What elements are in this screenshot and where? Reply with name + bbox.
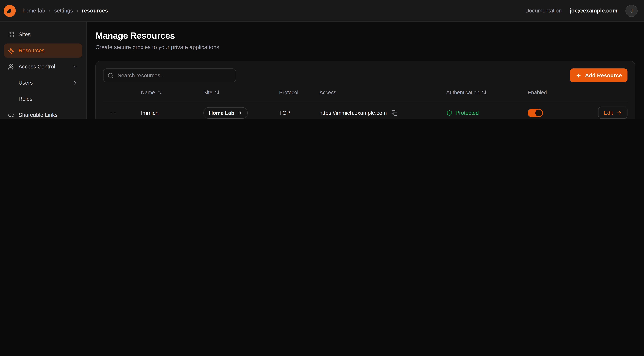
header-enabled: Enabled (528, 90, 583, 96)
row-menu-button[interactable] (108, 108, 118, 118)
sidebar-item-roles[interactable]: Roles (4, 92, 82, 106)
search-box (103, 68, 236, 82)
header-name[interactable]: Name (141, 90, 204, 96)
documentation-link[interactable]: Documentation (525, 8, 562, 14)
sidebar-item-shareable-links[interactable]: Shareable Links (4, 108, 82, 119)
plus-icon (576, 72, 582, 78)
sort-icon (215, 90, 220, 95)
copy-icon (392, 110, 398, 116)
user-email[interactable]: joe@example.com (570, 8, 618, 14)
sidebar-item-label: Roles (18, 96, 32, 102)
users-icon (8, 64, 14, 70)
search-input[interactable] (117, 72, 232, 79)
topbar-right: Documentation joe@example.com J (525, 5, 638, 17)
toggle-thumb (535, 110, 542, 116)
breadcrumb-org[interactable]: home-lab (22, 8, 45, 14)
auth-status: Protected (446, 110, 528, 116)
sidebar-item-label: Resources (18, 48, 44, 54)
sort-icon (482, 90, 487, 95)
table-toolbar: Add Resource (103, 68, 628, 82)
table-row: Immich Home Lab TCP https://immich.examp… (103, 102, 628, 119)
sidebar-item-label: Users (18, 80, 33, 86)
chevron-down-icon (72, 64, 78, 70)
avatar-initial: J (630, 8, 633, 14)
table-header-row: Name Site Protocol Access (103, 83, 628, 102)
resource-name: Immich (141, 110, 204, 116)
chevron-right-icon (72, 80, 78, 86)
sidebar-item-label: Access Control (18, 64, 55, 70)
sort-icon (157, 90, 162, 95)
waypoints-icon (8, 48, 14, 54)
sidebar-item-users[interactable]: Users (4, 76, 82, 90)
copy-button[interactable] (391, 109, 398, 117)
avatar[interactable]: J (626, 5, 638, 17)
sidebar-item-label: Sites (18, 32, 30, 38)
access-url: https://immich.example.com (320, 110, 387, 116)
app-logo[interactable] (4, 5, 16, 17)
header-authentication[interactable]: Authentication (446, 90, 528, 96)
sidebar: Sites Resources Access Control Users Rol… (0, 22, 86, 119)
page-subtitle: Create secure proxies to your private ap… (96, 44, 635, 50)
shield-check-icon (446, 110, 452, 116)
resources-card: Add Resource Name Site (96, 61, 635, 119)
header-access: Access (320, 90, 446, 96)
site-link[interactable]: Home Lab (204, 107, 248, 119)
sidebar-item-sites[interactable]: Sites (4, 28, 82, 42)
enabled-toggle[interactable] (528, 108, 543, 117)
table-body: Immich Home Lab TCP https://immich.examp… (103, 102, 628, 119)
grid-icon (8, 31, 14, 38)
topbar-left: home-lab › settings › resources (4, 5, 108, 17)
add-resource-label: Add Resource (585, 72, 622, 78)
sidebar-item-label: Shareable Links (18, 112, 58, 118)
header-protocol: Protocol (279, 90, 320, 96)
breadcrumb-separator: › (49, 8, 50, 14)
ellipsis-icon (110, 110, 116, 116)
breadcrumb: home-lab › settings › resources (22, 8, 108, 14)
header-site[interactable]: Site (204, 90, 279, 96)
main-content: Manage Resources Create secure proxies t… (86, 22, 644, 119)
add-resource-button[interactable]: Add Resource (570, 68, 628, 82)
sidebar-item-access-control[interactable]: Access Control (4, 60, 82, 74)
breadcrumb-current[interactable]: resources (82, 8, 108, 14)
arrow-up-right-icon (237, 110, 242, 115)
pangolin-logo-icon (4, 5, 16, 17)
shell: Sites Resources Access Control Users Rol… (0, 22, 644, 119)
link-icon (8, 112, 14, 118)
page-title: Manage Resources (96, 30, 635, 41)
protocol: TCP (279, 110, 320, 116)
sidebar-item-resources[interactable]: Resources (4, 44, 82, 58)
resources-table: Name Site Protocol Access (103, 83, 628, 119)
edit-button[interactable]: Edit (598, 107, 628, 119)
breadcrumb-settings[interactable]: settings (54, 8, 73, 14)
topbar: home-lab › settings › resources Document… (0, 0, 644, 22)
app-root: home-lab › settings › resources Document… (0, 0, 644, 119)
arrow-right-icon (616, 110, 622, 116)
breadcrumb-separator: › (76, 8, 78, 14)
search-icon (108, 72, 114, 78)
